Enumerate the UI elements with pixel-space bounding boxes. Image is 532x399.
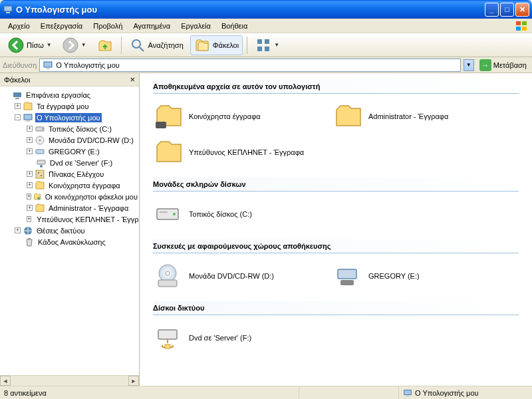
svg-point-37 (166, 271, 170, 275)
back-button[interactable]: Πίσω ▼ (4, 35, 56, 55)
expand-toggle[interactable]: + (15, 227, 21, 233)
status-bar: 8 αντικείμενα Ο Υπολογιστής μου (0, 386, 532, 399)
cd-icon (153, 261, 182, 291)
tree-item-label: Τα έγγραφά μου (35, 102, 90, 111)
folders-sidebar: Φάκελοι × Επιφάνεια εργασίας+Τα έγγραφά … (0, 73, 140, 386)
filesystem-item[interactable]: Dvd σε 'Server' (F:) (153, 323, 319, 352)
svg-rect-14 (44, 62, 52, 67)
filesystem-item[interactable]: Administrator - Έγγραφα (332, 102, 499, 131)
tree-item[interactable]: +Θέσεις δικτύου (0, 225, 139, 236)
status-location: Ο Υπολογιστής μου (399, 386, 532, 399)
svg-point-8 (132, 40, 140, 48)
tree-item[interactable]: +Administrator - Έγγραφα (0, 202, 139, 213)
svg-rect-24 (36, 150, 44, 154)
expand-toggle[interactable]: + (27, 216, 31, 222)
minimize-button[interactable]: _ (485, 3, 499, 17)
tree-item[interactable]: +Μονάδα DVD/CD-RW (D:) (0, 134, 139, 146)
window-title: Ο Υπολογιστής μου (16, 5, 485, 15)
svg-rect-4 (516, 27, 521, 31)
close-button[interactable]: ✕ (515, 3, 529, 17)
menu-tools[interactable]: Εργαλεία (176, 20, 216, 32)
expand-toggle[interactable]: + (27, 126, 33, 132)
tree-item-label: Επιφάνεια εργασίας (25, 90, 92, 100)
go-label: Μετάβαση (493, 61, 527, 69)
tree-item[interactable]: Επιφάνεια εργασίας (0, 89, 139, 100)
scroll-track[interactable] (11, 376, 128, 386)
expand-toggle[interactable]: - (15, 114, 21, 120)
svg-point-23 (39, 139, 41, 141)
tree-item[interactable]: +GREGORY (E:) (0, 146, 139, 157)
item-grid: Μονάδα DVD/CD-RW (D:)GREGORY (E:) (153, 261, 519, 291)
address-label: Διεύθυνση (3, 61, 37, 69)
tree-item[interactable]: +Τοπικός δίσκος (C:) (0, 123, 139, 134)
expand-toggle[interactable]: + (27, 182, 33, 188)
item-grid: Τοπικός δίσκος (C:) (153, 200, 519, 229)
go-icon: → (479, 59, 491, 71)
expand-toggle[interactable]: + (27, 194, 31, 200)
svg-point-21 (42, 128, 43, 130)
address-dropdown[interactable]: ▼ (464, 59, 474, 71)
desktop-icon (12, 90, 23, 100)
drive-icon (35, 146, 45, 157)
svg-point-29 (41, 175, 42, 176)
computer-icon (43, 60, 53, 70)
maximize-button[interactable]: □ (500, 3, 514, 17)
views-button[interactable]: ▼ (251, 35, 283, 55)
expand-toggle[interactable]: + (27, 148, 33, 154)
tree-item[interactable]: +Υπεύθυνος ΚΕΠΛΗΝΕΤ - Έγγρ (0, 213, 139, 225)
svg-rect-44 (406, 395, 409, 396)
svg-rect-43 (404, 390, 412, 394)
content-pane[interactable]: Αποθηκευμένα αρχεία σε αυτόν τον υπολογι… (140, 73, 532, 386)
expand-toggle[interactable]: + (15, 103, 21, 109)
menu-file[interactable]: Αρχείο (3, 20, 35, 32)
sharedfolder-icon (153, 102, 182, 131)
search-icon (130, 37, 146, 53)
forward-button[interactable]: ▼ (59, 35, 90, 55)
filesystem-item[interactable]: Υπεύθυνος ΚΕΠΛΗΝΕΤ - Έγγραφα (153, 138, 319, 167)
folder-icon (332, 102, 362, 131)
search-button[interactable]: Αναζήτηση (126, 35, 188, 55)
folder-tree[interactable]: Επιφάνεια εργασίας+Τα έγγραφά μου-Ο Υπολ… (0, 86, 139, 375)
menu-help[interactable]: Βοήθεια (216, 20, 253, 32)
tree-item[interactable]: +Οι κοινόχρηστοι φάκελοι μου (0, 191, 139, 202)
tree-item-label: Κάδος Ανακύκλωσης (37, 237, 107, 247)
folder-icon (35, 180, 45, 191)
section-header: Μονάδες σκληρών δίσκων (153, 178, 519, 192)
address-field[interactable]: Ο Υπολογιστής μου (39, 59, 461, 72)
sidebar-close-button[interactable]: × (130, 74, 135, 84)
expand-toggle[interactable]: + (27, 137, 33, 143)
computer-icon (403, 388, 412, 398)
scroll-left-icon[interactable]: ◄ (0, 376, 11, 386)
menu-view[interactable]: Προβολή (88, 20, 128, 32)
menu-edit[interactable]: Επεξεργασία (35, 20, 88, 32)
filesystem-item[interactable]: Κοινόχρηστα έγγραφα (153, 102, 319, 131)
menu-favorites[interactable]: Αγαπημένα (128, 20, 176, 32)
go-button[interactable]: → Μετάβαση (477, 59, 529, 72)
scroll-right-icon[interactable]: ► (128, 376, 139, 386)
item-label: Dvd σε 'Server' (F:) (189, 334, 251, 342)
expand-toggle[interactable]: + (27, 171, 33, 177)
toolbar-separator (121, 37, 122, 54)
sidebar-hscroll[interactable]: ◄ ► (0, 375, 139, 386)
tree-item[interactable]: +Τα έγγραφά μου (0, 100, 139, 112)
tree-item[interactable]: Κάδος Ανακύκλωσης (0, 236, 139, 247)
svg-rect-17 (15, 98, 19, 99)
tree-item[interactable]: -Ο Υπολογιστής μου (0, 112, 139, 123)
expand-toggle[interactable]: + (27, 205, 33, 211)
tree-item-label: Υπεύθυνος ΚΕΠΛΗΝΕΤ - Έγγρ (35, 215, 139, 224)
tree-item[interactable]: +Πίνακας Ελέγχου (0, 168, 139, 180)
filesystem-item[interactable]: Τοπικός δίσκος (C:) (153, 200, 319, 229)
filesystem-item[interactable]: Μονάδα DVD/CD-RW (D:) (153, 261, 319, 291)
up-button[interactable] (93, 35, 117, 55)
filesystem-item[interactable]: GREGORY (E:) (332, 261, 499, 291)
svg-rect-41 (158, 330, 177, 339)
tree-item-label: Ο Υπολογιστής μου (35, 113, 102, 122)
item-label: Κοινόχρηστα έγγραφα (189, 112, 261, 120)
tree-item[interactable]: Dvd σε 'Server' (F:) (0, 157, 139, 168)
svg-line-9 (140, 47, 144, 51)
tree-item[interactable]: +Κοινόχρηστα έγγραφα (0, 180, 139, 191)
toolbar-separator (247, 37, 247, 54)
recycle-icon (24, 237, 35, 247)
folders-button[interactable]: Φάκελοι (190, 35, 243, 55)
tree-item-label: GREGORY (E:) (47, 147, 101, 156)
